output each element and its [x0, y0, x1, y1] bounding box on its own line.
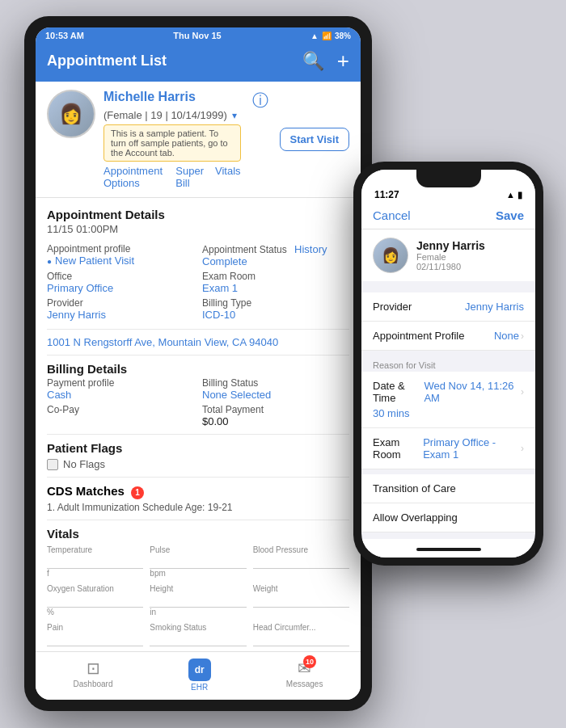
ehr-icon: dr	[188, 659, 211, 681]
tablet-screen: 10:53 AM Thu Nov 15 ▲ 📶 38% Appointment …	[36, 27, 361, 700]
exam-room-value[interactable]: Exam 1	[202, 282, 349, 294]
oxygen-field: Oxygen Saturation %	[47, 584, 143, 616]
phone-exam-room-row[interactable]: Exam Room Primary Office - Exam 1 ›	[361, 428, 535, 469]
tab-messages[interactable]: ✉ 10 Messages	[286, 659, 323, 692]
start-visit-button[interactable]: Start Visit	[280, 128, 349, 151]
divider-4	[47, 477, 349, 478]
phone-overlapping-label: Allow Overlapping	[373, 511, 458, 524]
phone-provider-label: Provider	[373, 301, 412, 313]
phone-transition-label: Transition of Care	[373, 482, 456, 494]
appt-status-value: Complete	[202, 255, 349, 267]
appointment-datetime: 11/15 01:00PM	[47, 223, 349, 235]
billing-type-label: Billing Type	[202, 297, 349, 309]
phone-content: 👩 Jenny Harris Female 02/11/1980 Provide…	[361, 229, 535, 541]
phone-duration[interactable]: 30 mins	[373, 407, 524, 419]
appointment-detail-grid: Appointment profile New Patient Visit Ap…	[47, 243, 349, 321]
phone-battery-icon: ▮	[517, 190, 522, 200]
flags-title: Patient Flags	[47, 441, 349, 455]
dashboard-icon: ⊡	[87, 659, 100, 678]
appt-status-label: Appointment Status History	[202, 243, 349, 255]
flag-item: No Flags	[47, 458, 349, 470]
patient-info: Michelle Harris (Female | 19 | 10/14/199…	[103, 90, 241, 189]
tab-ehr[interactable]: dr EHR	[188, 659, 211, 692]
patient-meta: (Female | 19 | 10/14/1999)	[103, 109, 227, 121]
pulse-field: Pulse bpm	[150, 545, 246, 578]
payment-profile-value[interactable]: Cash	[47, 389, 194, 401]
phone-bottom-bar	[361, 541, 535, 558]
datetime-chevron-icon: ›	[521, 386, 524, 398]
patient-tabs: Appointment Options Super Bill Vitals	[103, 165, 241, 189]
phone-patient-dob: 02/11/1980	[416, 262, 485, 271]
tab-super-bill[interactable]: Super Bill	[175, 165, 204, 189]
temperature-input[interactable]	[47, 554, 143, 569]
blood-pressure-input[interactable]	[253, 554, 349, 569]
pain-input[interactable]	[47, 632, 143, 646]
add-icon[interactable]: +	[337, 48, 349, 74]
search-icon[interactable]: 🔍	[302, 51, 324, 72]
payment-profile-label: Payment profile	[47, 377, 194, 389]
tab-vitals[interactable]: Vitals	[215, 165, 241, 189]
tablet-navbar: Appointment List 🔍 +	[36, 44, 361, 82]
battery-text: 38%	[335, 32, 351, 40]
flag-checkbox[interactable]	[47, 459, 58, 470]
pain-field: Pain	[47, 623, 143, 646]
flag-value: No Flags	[63, 458, 105, 470]
phone-appt-profile-label: Appointment Profile	[373, 330, 464, 342]
phone-datetime-value: Wed Nov 14, 11:26 AM ›	[424, 380, 524, 404]
pulse-input[interactable]	[150, 554, 246, 569]
weight-input[interactable]	[253, 593, 349, 608]
office-value[interactable]: Primary Office	[47, 282, 194, 294]
total-payment-col: Total Payment $0.00	[202, 404, 349, 427]
vitals-section: Vitals Temperature f Pulse bpm Blood Pre…	[47, 527, 349, 646]
save-button[interactable]: Save	[496, 208, 524, 222]
billing-status-col: Billing Status None Selected	[202, 377, 349, 401]
appt-status-history[interactable]: History	[294, 243, 327, 255]
phone-provider-value: Jenny Harris	[465, 301, 524, 313]
divider-3	[47, 434, 349, 435]
cancel-button[interactable]: Cancel	[373, 208, 411, 222]
phone-appt-profile-row[interactable]: Appointment Profile None ›	[361, 322, 535, 351]
phone-datetime-label: Date & Time	[373, 380, 424, 404]
dashboard-label: Dashboard	[74, 680, 113, 688]
height-field: Height in	[150, 584, 246, 616]
tablet-date: Thu Nov 15	[173, 31, 221, 40]
patient-chevron-icon[interactable]: ▾	[232, 110, 237, 121]
provider-label: Provider	[47, 297, 194, 309]
info-button[interactable]: ⓘ	[249, 90, 272, 112]
appt-status-col: Appointment Status History Complete	[202, 243, 349, 267]
total-payment-label: Total Payment	[202, 404, 349, 415]
provider-value[interactable]: Jenny Harris	[47, 309, 194, 321]
tab-appointment-options[interactable]: Appointment Options	[103, 165, 164, 189]
payment-profile-col: Payment profile Cash	[47, 377, 194, 401]
billing-grid: Payment profile Cash Billing Status None…	[47, 377, 349, 427]
phone-patient-row: 👩 Jenny Harris Female 02/11/1980	[361, 229, 535, 281]
billing-type-col: Billing Type ICD-10	[202, 297, 349, 321]
appt-profile-value[interactable]: New Patient Visit	[47, 255, 194, 267]
phone-transition-row[interactable]: Transition of Care	[361, 474, 535, 503]
total-payment-value: $0.00	[202, 415, 349, 427]
phone-overlapping-row[interactable]: Allow Overlapping	[361, 503, 535, 532]
exam-room-col: Exam Room Exam 1	[202, 271, 349, 294]
tablet-status-icons: ▲ 📶 38%	[310, 32, 351, 40]
divider-5	[47, 520, 349, 520]
height-input[interactable]	[150, 593, 246, 608]
appt-profile-col: Appointment profile New Patient Visit	[47, 243, 194, 267]
wifi-icon: ▲	[310, 32, 319, 40]
cds-title: CDS Matches 1	[47, 484, 349, 499]
oxygen-input[interactable]	[47, 593, 143, 608]
weight-field: Weight	[253, 584, 349, 616]
vitals-title: Vitals	[47, 527, 349, 541]
phone-datetime-row[interactable]: Date & Time Wed Nov 14, 11:26 AM › 30 mi…	[361, 372, 535, 428]
exam-room-label: Exam Room	[202, 271, 349, 282]
copay-col: Co-Pay	[47, 404, 194, 427]
tab-dashboard[interactable]: ⊡ Dashboard	[74, 659, 113, 692]
ehr-label: EHR	[191, 683, 208, 692]
billing-section: Billing Details Payment profile Cash Bil…	[47, 362, 349, 427]
billing-status-value[interactable]: None Selected	[202, 389, 349, 401]
phone-provider-row: Provider Jenny Harris	[361, 292, 535, 322]
head-input[interactable]	[253, 632, 349, 646]
phone-avatar: 👩	[373, 238, 408, 273]
smoking-input[interactable]	[150, 632, 246, 646]
tablet-nav-icons: 🔍 +	[302, 48, 349, 74]
address-link[interactable]: 1001 N Rengstorff Ave, Mountain View, CA…	[47, 336, 349, 348]
